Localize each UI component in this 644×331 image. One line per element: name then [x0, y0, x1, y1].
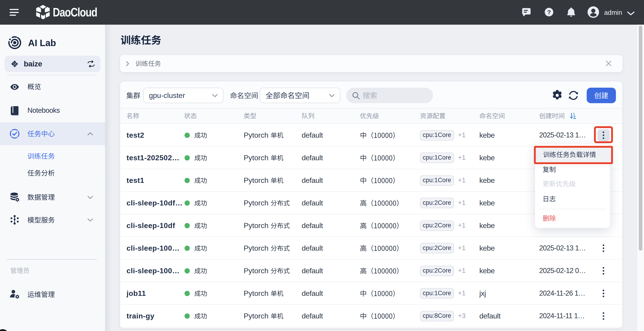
svg-text:?: ? — [547, 9, 551, 16]
